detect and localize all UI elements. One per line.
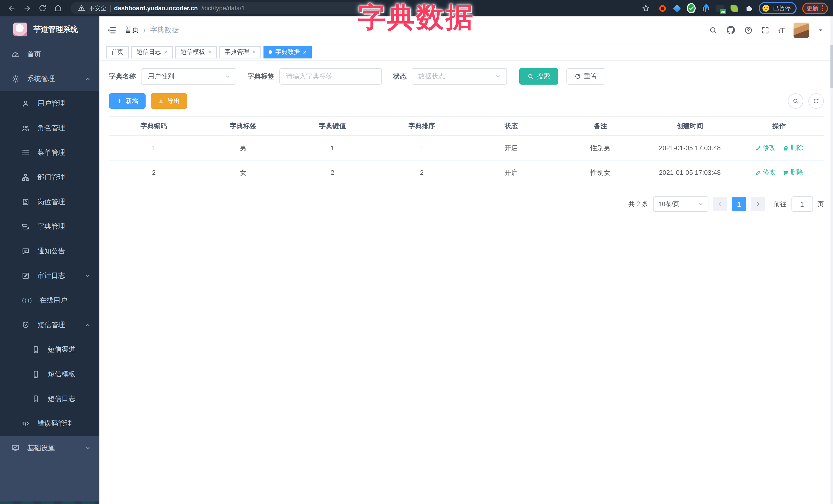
extension-check-icon[interactable] bbox=[687, 4, 696, 13]
window-scrollbar[interactable] bbox=[830, 17, 833, 504]
chevron-down-icon bbox=[85, 273, 91, 279]
edit-link-label: 修改 bbox=[763, 144, 776, 152]
search-button[interactable]: 搜索 bbox=[519, 68, 558, 85]
toggle-search-button[interactable] bbox=[788, 93, 803, 109]
next-page-button[interactable] bbox=[751, 197, 765, 211]
browser-menu-kebab-icon[interactable] bbox=[822, 5, 823, 11]
sidebar-item-system[interactable]: 系统管理 bbox=[0, 67, 99, 91]
sidebar-item-label: 部门管理 bbox=[38, 173, 65, 182]
edit-link[interactable]: 修改 bbox=[755, 144, 776, 152]
app-logo-row[interactable]: 芋道管理系统 bbox=[0, 17, 99, 42]
tab-dict-manage[interactable]: 字典管理 × bbox=[219, 46, 261, 58]
browser-update-button[interactable]: 更新 bbox=[802, 2, 828, 14]
sidebar-item-online-users[interactable]: (()) 在线用户 bbox=[0, 288, 99, 313]
goto-page-input[interactable]: 1 bbox=[791, 196, 813, 212]
sidebar-item-label: 短信渠道 bbox=[48, 345, 75, 354]
browser-forward-icon[interactable] bbox=[21, 2, 34, 15]
sidebar-item-label: 岗位管理 bbox=[38, 197, 65, 207]
col-header-sort: 字典排序 bbox=[377, 117, 467, 136]
browser-back-icon[interactable] bbox=[5, 2, 19, 15]
bookmark-star-icon[interactable] bbox=[639, 2, 652, 15]
sidebar-item-error-code[interactable]: 错误码管理 bbox=[0, 411, 99, 436]
export-button-label: 导出 bbox=[167, 97, 180, 105]
sidebar-item-users[interactable]: 用户管理 bbox=[0, 91, 99, 116]
refresh-table-button[interactable] bbox=[808, 93, 824, 109]
breadcrumb-home[interactable]: 首页 bbox=[124, 25, 139, 34]
sidebar-item-sms-channel[interactable]: 短信渠道 bbox=[0, 337, 99, 362]
table-row: 2 女 2 2 开启 性别女 2021-01-05 17:03:48 bbox=[109, 160, 824, 185]
export-button[interactable]: 导出 bbox=[151, 93, 187, 109]
dict-name-select[interactable]: 用户性别 bbox=[141, 68, 236, 85]
sidebar-item-menus[interactable]: 菜单管理 bbox=[0, 141, 99, 165]
page-size-select[interactable]: 10条/页 bbox=[653, 196, 708, 212]
address-bar[interactable]: 不安全 dashboard.yudao.iocoder.cn/dict/type… bbox=[71, 2, 364, 14]
cell-sort: 2 bbox=[377, 160, 467, 185]
current-page-button[interactable]: 1 bbox=[732, 197, 746, 211]
tab-dict-data-active[interactable]: 字典数据 × bbox=[263, 46, 312, 58]
status-label: 状态 bbox=[393, 72, 406, 81]
github-icon[interactable] bbox=[726, 25, 736, 35]
col-header-created: 创建时间 bbox=[645, 117, 735, 136]
dict-tag-label: 字典标签 bbox=[247, 72, 274, 81]
user-icon bbox=[22, 99, 30, 108]
sidebar-item-label: 字典管理 bbox=[38, 222, 65, 231]
col-header-label: 字典标签 bbox=[199, 117, 288, 136]
reset-button-label: 重置 bbox=[584, 72, 597, 81]
sidebar-item-home[interactable]: 首页 bbox=[0, 42, 99, 67]
tab-close-icon[interactable]: × bbox=[164, 49, 168, 55]
sidebar-item-posts[interactable]: 岗位管理 bbox=[0, 190, 99, 214]
sidebar-item-sms[interactable]: 短信管理 bbox=[0, 313, 99, 337]
sidebar-item-sms-template[interactable]: 短信模板 bbox=[0, 362, 99, 387]
shield-check-icon bbox=[22, 321, 30, 329]
user-avatar[interactable] bbox=[793, 22, 809, 38]
tab-close-icon[interactable]: × bbox=[208, 49, 212, 55]
extensions-puzzle-icon[interactable] bbox=[744, 4, 753, 13]
sidebar-item-infrastructure[interactable]: 基础设施 bbox=[0, 436, 99, 460]
sidebar-item-audit-log[interactable]: 审计日志 bbox=[0, 264, 99, 288]
address-divider bbox=[110, 5, 111, 11]
scrollbar-thumb[interactable] bbox=[830, 45, 833, 88]
sidebar-item-notice[interactable]: 通知公告 bbox=[0, 239, 99, 264]
header-search-icon[interactable] bbox=[709, 26, 717, 34]
sidebar-collapse-icon[interactable] bbox=[107, 25, 116, 34]
sidebar-item-sms-log[interactable]: 短信日志 bbox=[0, 387, 99, 411]
fullscreen-icon[interactable] bbox=[761, 26, 770, 34]
tab-home[interactable]: 首页 bbox=[106, 46, 129, 58]
users-icon bbox=[22, 124, 30, 132]
screen: 不安全 dashboard.yudao.iocoder.cn/dict/type… bbox=[0, 0, 833, 504]
tab-sms-template[interactable]: 短信模板 × bbox=[175, 46, 217, 58]
sidebar-item-departments[interactable]: 部门管理 bbox=[0, 165, 99, 190]
extension-paused-chip[interactable]: 已暂停 bbox=[759, 2, 796, 14]
browser-home-icon[interactable] bbox=[51, 2, 65, 15]
extension-sliders-icon[interactable] bbox=[701, 4, 710, 13]
prev-page-button[interactable] bbox=[713, 197, 727, 211]
sidebar-item-roles[interactable]: 角色管理 bbox=[0, 116, 99, 141]
extension-leaf-icon[interactable] bbox=[730, 4, 739, 13]
add-button[interactable]: 新增 bbox=[109, 93, 146, 109]
help-icon[interactable] bbox=[744, 26, 753, 34]
add-button-label: 新增 bbox=[125, 97, 138, 105]
goto-label: 前往 bbox=[774, 200, 787, 209]
dashboard-icon bbox=[11, 50, 20, 58]
tab-close-icon[interactable]: × bbox=[252, 49, 256, 55]
tab-sms-log[interactable]: 短信日志 × bbox=[131, 46, 173, 58]
chevron-up-icon bbox=[85, 76, 91, 82]
font-size-icon[interactable]: tT bbox=[779, 26, 785, 34]
sidebar-bottom-scrollbar[interactable] bbox=[0, 501, 99, 504]
sidebar-item-label: 菜单管理 bbox=[38, 148, 65, 158]
reset-button[interactable]: 重置 bbox=[567, 68, 605, 85]
extension-gem-icon[interactable] bbox=[672, 4, 681, 13]
status-select[interactable]: 数据状态 bbox=[412, 68, 507, 85]
user-menu-caret-icon[interactable] bbox=[818, 27, 824, 33]
browser-reload-icon[interactable] bbox=[36, 2, 49, 15]
delete-link[interactable]: 删除 bbox=[783, 168, 803, 177]
extension-adblock-icon[interactable] bbox=[658, 4, 667, 13]
sidebar-item-dict[interactable]: 字典管理 bbox=[0, 214, 99, 239]
tab-close-icon[interactable]: × bbox=[303, 49, 307, 55]
extension-on-icon[interactable]: on bbox=[716, 4, 724, 13]
dict-tag-input[interactable]: 请输入字典标签 bbox=[279, 68, 382, 85]
download-icon bbox=[158, 98, 164, 104]
edit-link[interactable]: 修改 bbox=[755, 168, 776, 177]
delete-link[interactable]: 删除 bbox=[783, 144, 803, 152]
breadcrumb: 首页 / 字典数据 bbox=[124, 25, 179, 34]
